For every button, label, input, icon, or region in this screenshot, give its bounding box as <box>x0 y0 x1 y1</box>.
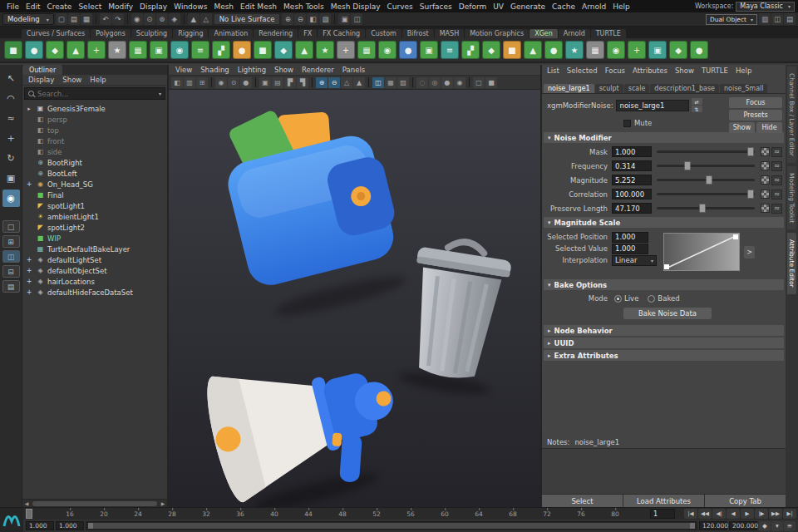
shelf-tool-icon[interactable]: ◉ <box>378 41 397 59</box>
shelf-tool-icon[interactable]: ★ <box>108 41 126 59</box>
viewport-tool-icon[interactable]: ▣ <box>259 77 271 88</box>
shelf-tool-icon[interactable]: ■ <box>4 41 22 59</box>
scale-tool-icon[interactable]: ▣ <box>2 170 20 187</box>
animation-end-field[interactable]: 200.000 <box>729 521 757 530</box>
shelf-tool-icon[interactable]: ▣ <box>648 41 667 59</box>
focus-button[interactable]: Focus <box>729 97 782 108</box>
viewport-tool-icon[interactable]: ▨ <box>397 77 409 88</box>
shelf-tool-icon[interactable]: ● <box>399 41 417 59</box>
shelf-tool-icon[interactable]: ▣ <box>150 41 168 59</box>
presets-button[interactable]: Presets <box>729 110 782 121</box>
show-button[interactable]: Show <box>729 122 755 133</box>
outliner-item-spotlight2[interactable]: ◤spotLight2 <box>22 222 167 233</box>
animation-curve-icon[interactable]: ≈ <box>771 161 782 171</box>
attribute-editor-menu-selected[interactable]: Selected <box>564 66 601 75</box>
slider-handle[interactable] <box>747 147 754 156</box>
menu-curves[interactable]: Curves <box>384 2 416 11</box>
section-magnitude-scale[interactable]: ▾ Magnitude Scale <box>544 217 784 228</box>
step-forward-frame-button[interactable]: |▶ <box>755 509 768 519</box>
attr-slider[interactable] <box>657 193 755 195</box>
slider-handle[interactable] <box>747 190 754 199</box>
shelf-tool-icon[interactable]: ● <box>544 41 563 59</box>
shelf-tool-icon[interactable]: + <box>87 41 106 59</box>
construction-history-icon[interactable]: ⊕ <box>282 13 293 25</box>
viewport-tool-icon[interactable]: ◎ <box>429 77 441 88</box>
menu-deform[interactable]: Deform <box>456 2 490 11</box>
expand-arrow-icon[interactable]: ▸ <box>25 106 33 112</box>
animation-curve-icon[interactable]: ≈ <box>771 190 782 200</box>
animation-curve-icon[interactable]: ≈ <box>771 204 782 214</box>
persp-graph-layout-button[interactable]: ⊟ <box>2 265 20 278</box>
tab-noise-small[interactable]: noise_Small <box>720 84 768 93</box>
timeline-frame-label[interactable]: 56 <box>406 510 415 518</box>
viewport-canvas[interactable] <box>169 90 540 507</box>
snap-plane-icon[interactable]: ◈ <box>169 13 180 25</box>
timeline-frame-label[interactable]: 16 <box>66 510 74 518</box>
shelf-tab-animation[interactable]: Animation <box>209 29 253 38</box>
new-scene-icon[interactable]: ▢ <box>56 13 67 25</box>
current-tool-icon[interactable]: ◉ <box>2 190 20 207</box>
shelf-tool-icon[interactable]: + <box>337 41 355 59</box>
outliner-item-defaultobjectset[interactable]: +◈defaultObjectSet <box>22 265 167 276</box>
step-forward-key-button[interactable]: ▶▶ <box>769 509 782 519</box>
outliner-item-genesis3female[interactable]: ▸▣Genesis3Female <box>22 103 167 114</box>
texture-map-button[interactable] <box>761 161 770 170</box>
shelf-tab-motion-graphics[interactable]: Motion Graphics <box>465 29 529 38</box>
outliner-hscrollbar[interactable]: ◀ ▶ <box>22 499 167 507</box>
attribute-editor-menu-list[interactable]: List <box>544 66 563 75</box>
viewport-tool-icon[interactable]: ▤ <box>272 77 283 88</box>
menu-display[interactable]: Display <box>136 2 170 11</box>
hypershade-layout-button[interactable]: ▤ <box>2 280 20 293</box>
viewport-tool-icon[interactable]: ● <box>441 77 453 88</box>
tab-noise-large1[interactable]: noise_large1 <box>544 84 594 93</box>
shelf-tool-icon[interactable]: ◉ <box>170 41 189 59</box>
outliner-item-spotlight1[interactable]: ◤spotLight1 <box>22 200 167 211</box>
shelf-tool-icon[interactable]: ◉ <box>607 41 625 59</box>
tab-description1-base[interactable]: description1_base <box>650 84 719 93</box>
notes-area[interactable] <box>542 448 786 495</box>
timeline-frame-label[interactable]: 60 <box>441 510 449 518</box>
shelf-tool-icon[interactable]: ◆ <box>669 41 687 59</box>
viewport-tool-icon[interactable]: ◉ <box>215 77 227 88</box>
viewport-tool-icon[interactable]: ◧ <box>171 77 183 88</box>
menu-surfaces[interactable]: Surfaces <box>416 2 456 11</box>
search-input[interactable] <box>37 90 155 98</box>
shelf-tool-icon[interactable]: ▲ <box>524 41 542 59</box>
expand-plus-icon[interactable]: + <box>25 288 33 296</box>
timeline-frame-label[interactable]: 76 <box>577 510 585 518</box>
mode-radio-baked[interactable] <box>648 295 655 303</box>
animation-curve-icon[interactable]: ≈ <box>771 175 782 185</box>
rotate-tool-icon[interactable]: ↻ <box>2 150 20 167</box>
timeline-frame-label[interactable]: 44 <box>304 510 313 518</box>
outliner-item-turtledefaultbakelayer[interactable]: ▦TurtleDefaultBakeLayer <box>22 244 167 254</box>
attr-value-field[interactable]: 1.000 <box>612 146 652 157</box>
attr-slider[interactable] <box>657 207 755 209</box>
outliner-menu-show[interactable]: Show <box>59 76 85 84</box>
move-tool-icon[interactable]: + <box>2 130 20 147</box>
outliner-item-ambientlight1[interactable]: ☀ambientLight1 <box>22 211 167 222</box>
shelf-tool-icon[interactable]: ≡ <box>191 41 209 59</box>
shelf-tool-icon[interactable]: ▲ <box>66 41 85 59</box>
interpolation-dropdown[interactable]: Linear ▾ <box>612 255 657 266</box>
viewport-tool-icon[interactable]: ▲ <box>353 77 365 88</box>
outliner-item-persp[interactable]: ◧persp <box>22 114 167 125</box>
node-name-field[interactable] <box>616 100 689 111</box>
animation-start-field[interactable]: 1.000 <box>26 521 54 530</box>
outliner-menu-help[interactable]: Help <box>86 76 109 84</box>
texture-map-button[interactable] <box>761 190 770 199</box>
menu-mesh-tools[interactable]: Mesh Tools <box>280 2 328 11</box>
open-scene-icon[interactable]: ▤ <box>68 13 80 25</box>
timeline-frame-label[interactable]: 28 <box>168 510 176 518</box>
attribute-editor-menu-focus[interactable]: Focus <box>602 66 628 75</box>
workspace-dropdown[interactable]: Maya Classic ▾ <box>736 2 795 12</box>
viewport-tool-icon[interactable]: ⊞ <box>196 77 208 88</box>
viewport-tool-icon[interactable]: ▛ <box>284 77 296 88</box>
snap-grid-icon[interactable]: ◉ <box>131 13 143 25</box>
outliner-search[interactable]: ▾ <box>24 87 165 100</box>
playback-start-field[interactable]: 1.000 <box>56 521 84 530</box>
undo-icon[interactable]: ↶ <box>100 13 111 25</box>
menu-select[interactable]: Select <box>75 2 105 11</box>
swap-connection-icon[interactable]: ⇄ <box>692 98 702 105</box>
shelf-tool-icon[interactable]: ★ <box>316 41 334 59</box>
tab-sculpt[interactable]: sculpt <box>595 84 623 93</box>
